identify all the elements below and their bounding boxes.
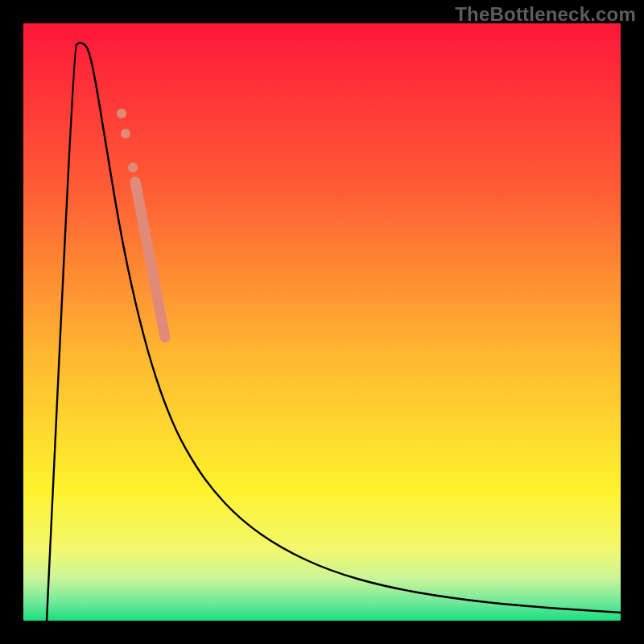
plot-area (23, 23, 621, 621)
highlight-dot (128, 163, 138, 172)
gradient-background (23, 23, 621, 621)
watermark-text: TheBottleneck.com (455, 3, 636, 26)
highlight-dot (117, 109, 126, 118)
highlight-dot (121, 129, 130, 138)
chart-canvas: TheBottleneck.com (0, 0, 644, 644)
bottleneck-chart (23, 23, 621, 621)
